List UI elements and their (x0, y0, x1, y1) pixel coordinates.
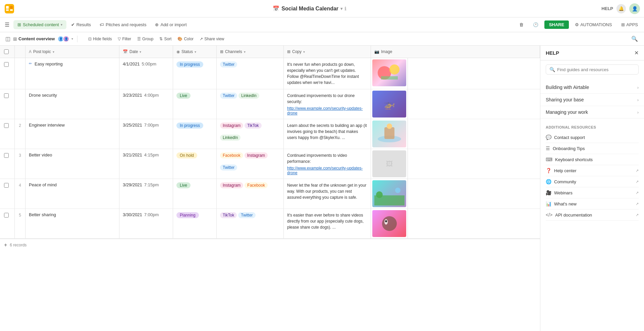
hide-fields-button[interactable]: ⊡ Hide fields (86, 35, 114, 43)
row4-copy[interactable]: Continued improvements to video performa… (284, 149, 371, 179)
row6-channels[interactable]: TikTok Twitter (217, 209, 284, 238)
sidebar-toggle-icon[interactable]: ◫ (4, 34, 12, 43)
header-post-topic[interactable]: A Post topic ▾ (25, 46, 119, 58)
resource-help-center[interactable]: ❓ Help center ↗ (546, 165, 639, 176)
help-search-box[interactable]: 🔍 (546, 64, 639, 75)
share-button[interactable]: SHARE (544, 20, 569, 29)
history-button[interactable]: 🕐 (530, 20, 542, 29)
row5-image[interactable] (371, 179, 408, 208)
row5-date[interactable]: 3/29/2021 7:15pm (119, 179, 173, 208)
filter-button[interactable]: ▽ Filter (115, 35, 134, 43)
notifications-button[interactable]: 🔔 (616, 4, 626, 13)
share-view-button[interactable]: ↗ Share view (197, 35, 227, 43)
row3-channels[interactable]: Instagram TikTok LinkedIn (217, 119, 284, 149)
row1-checkbox[interactable] (4, 62, 9, 67)
view-chevron[interactable]: ▾ (71, 37, 73, 41)
row2-copy[interactable]: Continued improvements to our drone secu… (284, 89, 371, 119)
row5-post-topic[interactable]: Peace of mind (25, 179, 119, 208)
status-col-chevron: ▾ (195, 50, 196, 54)
row5-checkbox[interactable] (4, 183, 9, 188)
tab-add[interactable]: ⊕ Add or import (151, 20, 191, 29)
header-copy[interactable]: ⊞ Copy ▾ (284, 46, 371, 58)
row6-copy[interactable]: It's easier than ever before to share vi… (284, 209, 371, 238)
help-item-managing[interactable]: Managing your work › (540, 106, 644, 119)
row6-status[interactable]: Planning (173, 209, 217, 238)
automations-button[interactable]: ⚙ AUTOMATIONS (572, 20, 615, 29)
row3-date[interactable]: 3/25/2021 7:00pm (119, 119, 173, 149)
row3-image[interactable] (371, 119, 408, 149)
help-panel-close-button[interactable]: ✕ (634, 50, 639, 56)
row3-post-topic[interactable]: Engineer interview (25, 119, 119, 149)
row6-checkbox[interactable] (4, 213, 9, 218)
header-image[interactable]: 📷 Image (371, 46, 540, 58)
row3-status[interactable]: In progress (173, 119, 217, 149)
view-name[interactable]: Content overview (18, 36, 55, 41)
row2-channels[interactable]: Twitter LinkedIn (217, 89, 284, 119)
page-title[interactable]: Social Media Calendar (281, 6, 338, 12)
resource-contact-support[interactable]: 💬 Contact support (546, 132, 639, 143)
row5-channels[interactable]: Instagram Facebook (217, 179, 284, 208)
header-channels[interactable]: ⊞ Channels ▾ (217, 46, 284, 58)
webinars-icon: 🎥 (546, 190, 551, 195)
row6-post-topic[interactable]: Better sharing (25, 209, 119, 238)
add-record-button[interactable]: + (4, 242, 7, 248)
color-button[interactable]: 🎨 Color (175, 35, 196, 43)
svg-point-14 (382, 216, 397, 231)
drone-icon: 🚁 (383, 99, 395, 110)
trash-button[interactable]: 🗑 (516, 20, 527, 29)
row1-post-topic[interactable]: ✏ Easy reporting (25, 58, 119, 89)
row3-checkbox[interactable] (4, 123, 9, 128)
app-logo[interactable] (4, 3, 15, 14)
row2-post-topic[interactable]: Drone security (25, 89, 119, 119)
resource-api-docs[interactable]: </> API documentation ↗ (546, 209, 639, 221)
info-icon[interactable]: ℹ (344, 6, 346, 11)
row1-copy[interactable]: It's never fun when products go down, es… (284, 58, 371, 89)
title-chevron[interactable]: ▾ (340, 6, 342, 11)
row5-copy[interactable]: Never let the fear of the unknown get in… (284, 179, 371, 208)
group-button[interactable]: ☰ Group (135, 35, 156, 43)
row6-image[interactable] (371, 209, 408, 238)
resource-keyboard[interactable]: ⌨ Keyboard shortcuts (546, 154, 639, 165)
select-all-checkbox[interactable] (4, 49, 9, 54)
user-avatar[interactable]: 👤 (629, 3, 640, 14)
hamburger-menu[interactable]: ☰ (3, 19, 11, 30)
row4-date[interactable]: 3/21/2021 4:15pm (119, 149, 173, 179)
scheduled-tab-chevron[interactable]: ▾ (61, 23, 62, 27)
resource-onboarding[interactable]: ☰ Onboarding Tips (546, 143, 639, 154)
row1-date[interactable]: 4/1/2021 5:00pm (119, 58, 173, 89)
row4-post-topic[interactable]: Better video (25, 149, 119, 179)
row2-date[interactable]: 3/23/2021 4:00pm (119, 89, 173, 119)
row1-status[interactable]: In progress (173, 58, 217, 89)
apps-button[interactable]: ⊞ APPS (618, 20, 641, 29)
help-link[interactable]: HELP (601, 6, 613, 11)
tab-scheduled[interactable]: ⊞ Scheduled content ▾ (13, 20, 66, 29)
resource-webinars[interactable]: 🎥 Webinars ↗ (546, 187, 639, 198)
help-item-building[interactable]: Building with Airtable › (540, 81, 644, 94)
tab-pitches[interactable]: 🏷 Pitches and requests (96, 20, 150, 29)
view-users[interactable]: 👤 👤 (57, 36, 69, 42)
row4-channels[interactable]: Facebook Instagram Twitter (217, 149, 284, 179)
row3-copy[interactable]: Learn about the secrets to building an a… (284, 119, 371, 149)
row4-image[interactable]: 🖼 (371, 149, 408, 179)
help-search-input[interactable] (557, 67, 635, 72)
header-date[interactable]: 📅 Date ▾ (119, 46, 173, 58)
row5-status[interactable]: Live (173, 179, 217, 208)
row2-status[interactable]: Live (173, 89, 217, 119)
resource-whats-new[interactable]: 📊 What's new ↗ (546, 198, 639, 209)
additional-resources-title: ADDITIONAL RESOURCES (546, 125, 639, 129)
help-item-sharing[interactable]: Sharing your base › (540, 94, 644, 106)
row6-date[interactable]: 3/30/2021 7:00pm (119, 209, 173, 238)
row2-image[interactable]: 🚁 (371, 89, 408, 119)
row2-copy-link[interactable]: http://www.example.com/security-updates-… (287, 106, 367, 115)
tab-results[interactable]: ✔ Results (67, 20, 95, 29)
sort-button[interactable]: ⇅ Sort (157, 35, 174, 43)
row1-channels[interactable]: Twitter (217, 58, 284, 89)
row1-image[interactable] (371, 58, 408, 89)
row4-copy-link[interactable]: http://www.example.com/security-updates-… (287, 166, 367, 175)
row2-checkbox[interactable] (4, 93, 9, 98)
header-status[interactable]: ◉ Status ▾ (173, 46, 217, 58)
search-button[interactable]: 🔍 (629, 34, 640, 44)
resource-community[interactable]: 🌐 Community ↗ (546, 176, 639, 187)
row4-status[interactable]: On hold (173, 149, 217, 179)
row4-checkbox[interactable] (4, 153, 9, 158)
